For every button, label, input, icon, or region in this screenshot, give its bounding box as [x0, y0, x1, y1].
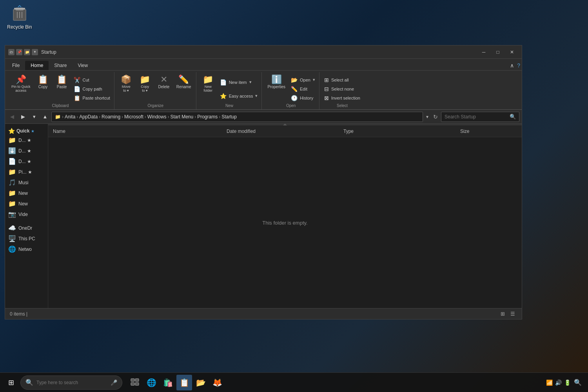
select-small-buttons: ⊞ Select all ⊟ Select none ⊠ Invert sele…	[323, 74, 362, 103]
tab-share[interactable]: Share	[49, 61, 72, 70]
taskbar-firefox[interactable]: 🦊	[209, 375, 225, 390]
tab-view[interactable]: View	[72, 61, 93, 70]
copy-path-icon: 📄	[74, 86, 80, 92]
tray-network[interactable]: 📶	[546, 379, 553, 386]
file-content: This folder is empty.	[48, 137, 522, 308]
cut-button[interactable]: ✂️ Cut	[72, 76, 112, 84]
new-folder-button[interactable]: 📁 New folder	[200, 74, 217, 94]
taskbar-right: 📶 🔊 🔋 🔍	[546, 379, 585, 386]
minimize-button[interactable]: ─	[477, 47, 490, 58]
taskbar-explorer[interactable]: 📂	[193, 375, 209, 390]
properties-button[interactable]: ℹ️ Properties	[265, 74, 288, 91]
col-header-type[interactable]: Type	[342, 129, 459, 134]
copy-to-icon: 📁	[140, 75, 150, 84]
title-bar: 🗁 📌 📁 ▼ Startup ─ □ ✕	[5, 45, 522, 59]
taskbar-notes[interactable]: 📋	[176, 375, 192, 390]
pin-to-quick-access-button[interactable]: 📌 Pin to Quick access	[9, 74, 33, 94]
pin-indicator: ★	[31, 129, 34, 133]
sidebar-item-videos[interactable]: 📷 Vide	[5, 209, 48, 220]
edit-button[interactable]: ✏️ Edit	[289, 85, 317, 93]
search-input[interactable]	[445, 114, 507, 120]
sidebar-item-music[interactable]: 🎵 Musi	[5, 177, 48, 188]
recycle-bin[interactable]: Recycle Bin	[4, 4, 35, 30]
easy-access-icon: ⭐	[220, 93, 227, 99]
new-item-label: New item	[229, 80, 247, 85]
tray-volume[interactable]: 🔊	[555, 379, 562, 386]
close-button[interactable]: ✕	[505, 47, 519, 58]
sidebar-item-pictures[interactable]: 📁 Pi... ★	[5, 167, 48, 177]
tray-battery[interactable]: 🔋	[564, 379, 571, 386]
music-icon: 🎵	[8, 179, 16, 186]
breadcrumb-dropdown[interactable]: ▾	[425, 114, 430, 120]
copy-to-button[interactable]: 📁 Copy to ▾	[136, 74, 154, 94]
delete-button[interactable]: ✕ Delete	[155, 74, 172, 91]
new-folder-label: New folder	[203, 85, 212, 93]
open-icon: 📂	[291, 77, 298, 83]
sidebar-item-onedrive[interactable]: ☁️ OneDr	[5, 223, 48, 233]
paste-icon: 📋	[56, 75, 67, 84]
search-bar[interactable]: 🔍	[441, 112, 519, 122]
breadcrumb-bar[interactable]: 📁 › Anita › AppData › Roaming › Microsof…	[51, 112, 423, 122]
taskbar-store[interactable]: 🛍️	[160, 375, 176, 390]
clipboard-small-buttons: ✂️ Cut 📄 Copy path 📋 Paste shortcut	[72, 74, 112, 103]
start-button[interactable]: ⊞	[3, 375, 19, 390]
sidebar-item-network-label: Netwo	[18, 247, 32, 252]
col-header-date[interactable]: Date modified	[225, 129, 342, 134]
delete-icon: ✕	[160, 75, 167, 84]
sidebar-item-network[interactable]: 🌐 Netwo	[5, 244, 48, 254]
move-to-button[interactable]: 📦 Move to ▾	[118, 74, 135, 94]
sidebar-item-d1[interactable]: 📁 D... ★	[5, 135, 48, 145]
maximize-button[interactable]: □	[491, 47, 505, 58]
edit-label: Edit	[300, 87, 307, 91]
open-group-label: Open	[265, 103, 317, 108]
select-all-button[interactable]: ⊞ Select all	[323, 76, 362, 84]
tiles-view-button[interactable]: ☰	[508, 310, 517, 318]
paste-shortcut-icon: 📋	[74, 95, 80, 101]
recent-button[interactable]: ▾	[29, 112, 39, 122]
new-item-button[interactable]: 📄 New item ▾	[218, 78, 260, 86]
select-content: ⊞ Select all ⊟ Select none ⊠ Invert sele…	[323, 72, 362, 103]
col-header-size[interactable]: Size	[459, 129, 519, 134]
history-button[interactable]: 🕐 History	[289, 94, 317, 102]
paste-button[interactable]: 📋 Paste	[53, 74, 71, 91]
sidebar-item-d2[interactable]: ⬇️ D... ★	[5, 145, 48, 156]
back-button[interactable]: ◀	[7, 112, 17, 122]
ribbon-tabs: File Home Share View ∧ ?	[5, 59, 522, 71]
copy-path-button[interactable]: 📄 Copy path	[72, 85, 112, 93]
select-none-button[interactable]: ⊟ Select none	[323, 85, 362, 93]
sidebar-item-pictures-label: Pi... ★	[18, 169, 32, 175]
taskbar-edge[interactable]: 🌐	[143, 375, 159, 390]
sidebar-item-this-pc[interactable]: 🖥️ This PC	[5, 233, 48, 244]
taskbar-search-btn[interactable]: 🔍	[574, 379, 582, 386]
equals-icon: ▼	[32, 49, 38, 55]
taskbar-search-icon: 🔍	[25, 379, 33, 386]
taskbar-task-view[interactable]	[127, 375, 143, 390]
taskbar-search-input[interactable]	[36, 380, 107, 385]
forward-button[interactable]: ▶	[18, 112, 28, 122]
rename-button[interactable]: ✏️ Rename	[174, 74, 194, 91]
easy-access-button[interactable]: ⭐ Easy access ▾	[218, 92, 260, 100]
refresh-button[interactable]: ↻	[432, 114, 439, 120]
search-icon: 🔍	[510, 114, 516, 120]
sidebar-item-new2[interactable]: 📁 New	[5, 198, 48, 209]
sidebar-item-new1[interactable]: 📁 New	[5, 188, 48, 198]
open-button[interactable]: 📂 Open ▾	[289, 76, 317, 84]
taskbar-search[interactable]: 🔍 🎤	[20, 376, 122, 390]
sidebar-item-d3[interactable]: 📄 D... ★	[5, 156, 48, 167]
video-icon: 📷	[8, 211, 16, 218]
copy-button[interactable]: 📋 Copy	[34, 74, 52, 91]
star-icon: ⭐	[8, 128, 15, 134]
sidebar-quick-access-header: ⭐ Quick ★	[5, 125, 48, 135]
tab-home[interactable]: Home	[25, 61, 49, 70]
up-button[interactable]: ▲	[40, 112, 50, 122]
tab-file[interactable]: File	[7, 61, 25, 70]
invert-selection-button[interactable]: ⊠ Invert selection	[323, 94, 362, 102]
organize-group-label: Organize	[118, 103, 194, 108]
edit-icon: ✏️	[291, 86, 298, 92]
details-view-button[interactable]: ⊞	[498, 310, 507, 318]
collapse-icon[interactable]: ∧	[510, 62, 514, 69]
paste-shortcut-button[interactable]: 📋 Paste shortcut	[72, 94, 112, 102]
recycle-bin-icon	[10, 4, 29, 23]
help-icon[interactable]: ?	[517, 62, 520, 69]
col-header-name[interactable]: Name	[51, 129, 225, 134]
